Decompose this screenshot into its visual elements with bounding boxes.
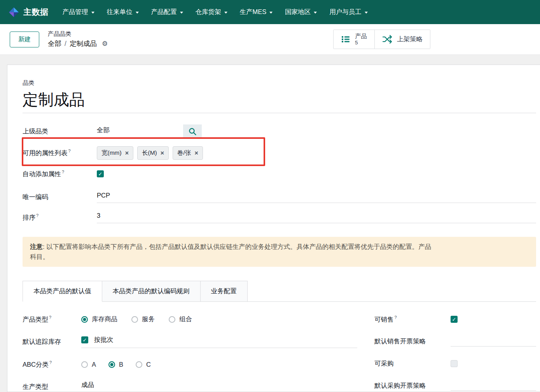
form-sheet: 品类 定制成品 上级品类 全部 可用的属性列表? 宽(mm)× 长(M)× 卷/… bbox=[7, 65, 540, 392]
tab-coding-rules[interactable]: 本品类产品的默认编码规则 bbox=[102, 281, 201, 302]
nav-item-product-config[interactable]: 产品配置 bbox=[145, 4, 189, 20]
radio-abc-a[interactable]: A bbox=[81, 361, 96, 368]
defaults-left-column: 产品类型? 库存商品 服务 组合 默认追踪库存 按批次 ABC分类? bbox=[23, 313, 357, 392]
chevron-down-icon bbox=[180, 12, 183, 14]
nav-item-users-employees[interactable]: 用户与员工 bbox=[323, 4, 374, 20]
nav-item-production-mes[interactable]: 生产MES bbox=[234, 4, 279, 20]
help-icon[interactable]: ? bbox=[49, 315, 51, 320]
search-button[interactable] bbox=[183, 124, 202, 138]
category-caption: 品类 bbox=[23, 79, 536, 87]
nav-item-countries-regions[interactable]: 国家地区 bbox=[279, 4, 323, 20]
defaults-right-column: 可销售? 默认销售开票策略 可采购 bbox=[374, 313, 536, 392]
notice-banner: 注意: 以下配置将影响本品类下所有产品，包括产品默认值及默认供应链生产的业务处理… bbox=[23, 237, 536, 267]
notice-line2: 科目。 bbox=[30, 252, 529, 262]
category-name-field[interactable]: 定制成品 bbox=[23, 90, 536, 113]
breadcrumb: 产品品类 全部 / 定制成品 ⚙ bbox=[48, 30, 108, 48]
help-icon[interactable]: ? bbox=[36, 213, 38, 218]
field-row-tracking: 默认追踪库存 按批次 bbox=[23, 336, 357, 348]
breadcrumb-model[interactable]: 产品品类 bbox=[48, 30, 108, 38]
field-row-parent-category: 上级品类 全部 bbox=[23, 124, 536, 138]
attribute-tag-roll-sheet[interactable]: 卷/张× bbox=[173, 146, 203, 160]
chevron-down-icon bbox=[224, 12, 227, 14]
field-row-production-type: 生产类型 成品 bbox=[23, 381, 357, 392]
radio-service[interactable]: 服务 bbox=[131, 315, 155, 324]
chevron-down-icon bbox=[136, 12, 139, 14]
field-row-sequence: 排序? 3 bbox=[23, 211, 536, 224]
help-icon[interactable]: ? bbox=[395, 315, 397, 320]
tab-category-defaults[interactable]: 本品类产品的默认值 bbox=[23, 281, 102, 302]
stat-button-putaway-strategy[interactable]: 上架策略 bbox=[374, 30, 430, 49]
tab-business-config[interactable]: 业务配置 bbox=[201, 281, 248, 302]
field-row-purchasable: 可采购 bbox=[374, 358, 536, 369]
field-row-saleable: 可销售? bbox=[374, 313, 536, 325]
field-row-unique-code: 唯一编码 PCP bbox=[23, 191, 536, 203]
purchasable-checkbox[interactable] bbox=[451, 360, 458, 367]
sequence-label: 排序? bbox=[23, 213, 97, 222]
control-panel: 新建 产品品类 全部 / 定制成品 ⚙ 产品 5 bbox=[0, 24, 540, 55]
sequence-value[interactable]: 3 bbox=[97, 212, 100, 219]
tab-content: 产品类型? 库存商品 服务 组合 默认追踪库存 按批次 ABC分类? bbox=[23, 313, 536, 392]
help-icon[interactable]: ? bbox=[62, 170, 64, 174]
radio-combo[interactable]: 组合 bbox=[169, 315, 192, 324]
purchase-invoice-policy-label: 默认采购开票策略 bbox=[374, 382, 451, 390]
new-button[interactable]: 新建 bbox=[10, 32, 39, 47]
field-row-sale-invoice-policy: 默认销售开票策略 bbox=[374, 336, 536, 347]
gear-icon[interactable]: ⚙ bbox=[102, 40, 108, 48]
radio-stockable[interactable]: 库存商品 bbox=[81, 315, 117, 324]
nav-item-warehouse-shelves[interactable]: 仓库货架 bbox=[189, 4, 234, 20]
remove-tag-icon[interactable]: × bbox=[125, 150, 129, 156]
top-nav: 主数据 产品管理 往来单位 产品配置 仓库货架 生产MES 国家地区 用户与员工 bbox=[0, 0, 540, 24]
radio-icon bbox=[136, 361, 142, 368]
attribute-list-label: 可用的属性列表? bbox=[23, 149, 97, 158]
production-type-value[interactable]: 成品 bbox=[81, 381, 94, 389]
attribute-tags: 宽(mm)× 长(M)× 卷/张× bbox=[97, 146, 536, 160]
field-row-abc-class: ABC分类? A B C bbox=[23, 359, 357, 370]
production-type-label: 生产类型 bbox=[23, 383, 81, 391]
search-icon bbox=[188, 127, 197, 136]
radio-icon bbox=[81, 316, 88, 323]
saleable-label: 可销售? bbox=[374, 315, 451, 324]
radio-icon bbox=[81, 361, 88, 368]
tracking-value[interactable]: 按批次 bbox=[94, 336, 114, 344]
radio-icon bbox=[108, 361, 115, 368]
saleable-checkbox[interactable] bbox=[451, 316, 458, 323]
notebook-tabs: 本品类产品的默认值 本品类产品的默认编码规则 业务配置 bbox=[23, 281, 536, 302]
abc-class-label: ABC分类? bbox=[23, 360, 81, 369]
unique-code-value[interactable]: PCP bbox=[97, 192, 110, 199]
chevron-down-icon bbox=[365, 12, 368, 14]
parent-category-value[interactable]: 全部 bbox=[97, 124, 183, 138]
attribute-tag-width[interactable]: 宽(mm)× bbox=[97, 146, 133, 160]
tracking-label: 默认追踪库存 bbox=[23, 338, 81, 346]
stat-button-products[interactable]: 产品 5 bbox=[334, 30, 374, 49]
field-row-attribute-list: 可用的属性列表? 宽(mm)× 长(M)× 卷/张× bbox=[23, 146, 536, 160]
content-area: 品类 定制成品 上级品类 全部 可用的属性列表? 宽(mm)× 长(M)× 卷/… bbox=[0, 55, 540, 392]
chevron-down-icon bbox=[314, 12, 317, 14]
tracking-checkbox[interactable] bbox=[81, 336, 88, 343]
field-row-purchase-invoice-policy: 默认采购开票策略 bbox=[374, 380, 536, 392]
unique-code-label: 唯一编码 bbox=[23, 193, 97, 201]
help-icon[interactable]: ? bbox=[68, 149, 71, 153]
chevron-down-icon bbox=[91, 12, 94, 14]
sale-invoice-policy-label: 默认销售开票策略 bbox=[374, 337, 451, 346]
attribute-tag-length[interactable]: 长(M)× bbox=[137, 146, 169, 160]
radio-icon bbox=[131, 316, 138, 323]
breadcrumb-separator: / bbox=[65, 40, 66, 48]
product-type-label: 产品类型? bbox=[23, 315, 81, 324]
nav-item-product-management[interactable]: 产品管理 bbox=[56, 4, 101, 20]
shuffle-icon bbox=[382, 35, 392, 44]
nav-item-business-partners[interactable]: 往来单位 bbox=[101, 4, 145, 20]
brand-title: 主数据 bbox=[23, 7, 49, 18]
breadcrumb-current: 定制成品 bbox=[70, 39, 97, 48]
radio-abc-c[interactable]: C bbox=[136, 361, 151, 368]
field-row-product-type: 产品类型? 库存商品 服务 组合 bbox=[23, 313, 357, 325]
remove-tag-icon[interactable]: × bbox=[161, 150, 164, 156]
notice-bold: 注意 bbox=[30, 243, 43, 250]
help-icon[interactable]: ? bbox=[49, 360, 52, 365]
radio-abc-b[interactable]: B bbox=[108, 361, 123, 368]
chevron-down-icon bbox=[269, 12, 273, 14]
auto-add-attr-checkbox[interactable] bbox=[97, 170, 104, 177]
breadcrumb-parent-link[interactable]: 全部 bbox=[48, 39, 61, 48]
remove-tag-icon[interactable]: × bbox=[194, 150, 198, 156]
app-brand[interactable]: 主数据 bbox=[5, 7, 53, 18]
list-view-icon bbox=[341, 35, 350, 44]
